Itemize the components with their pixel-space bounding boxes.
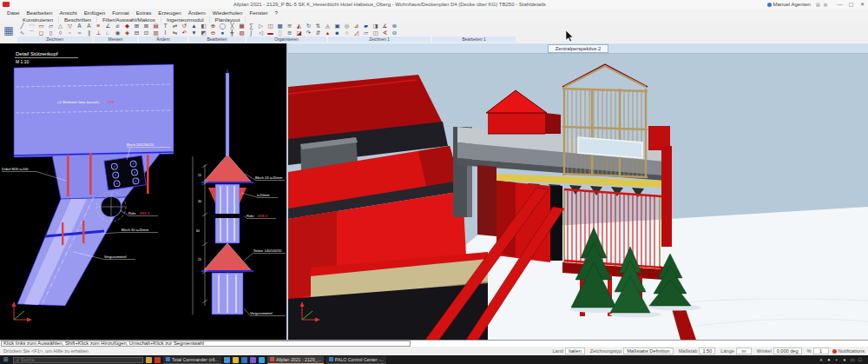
toolbar-icon[interactable]: ↻ [304, 23, 313, 30]
menu-item[interactable]: Fenster [246, 10, 271, 16]
tray-icon[interactable]: ♦ [842, 357, 847, 362]
toolbar-icon[interactable]: ▬ [266, 30, 275, 36]
ribbon-tab[interactable]: Filter/Auswahl/Makros [97, 17, 161, 23]
menu-item[interactable]: Einfügen [81, 10, 108, 16]
account-button[interactable]: Manuel Agenten [767, 2, 811, 7]
toolbar-icon[interactable]: ∿ [17, 30, 27, 36]
toolbar-icon[interactable]: ◧ [199, 23, 208, 30]
toolbar-icon[interactable]: ◫ [266, 23, 275, 30]
tray-icon[interactable]: ∧ [819, 357, 824, 362]
search-input[interactable] [21, 357, 140, 362]
toolbar-icon[interactable]: ▰ [361, 23, 371, 30]
taskbar-button-allplan[interactable]: Allplan 2021 - 2129_... [267, 356, 324, 364]
toolbar-icon[interactable]: ▣ [332, 23, 342, 30]
toolbar-icon[interactable]: ▱ [46, 23, 56, 30]
toolbar-icon[interactable]: ⊟ [132, 30, 141, 36]
menu-item[interactable]: Format [108, 10, 133, 16]
help-globe-icon[interactable]: ◍ [824, 2, 827, 7]
toolbar-icon[interactable]: ◈ [122, 30, 132, 36]
status-field[interactable]: % 1 [807, 347, 829, 354]
toolbar-icon[interactable]: ⇄ [170, 23, 180, 30]
close-button[interactable]: ✕ [857, 1, 868, 9]
toolbar-icon[interactable]: ◩ [199, 30, 208, 36]
toolbar-icon[interactable]: ⊗ [390, 23, 399, 30]
ribbon-tab[interactable]: Konstruieren [17, 17, 59, 23]
toolbar-icon[interactable]: ▼ [189, 30, 199, 36]
minimize-button[interactable]: — [834, 1, 845, 9]
toolbar-icon[interactable]: ▦ [237, 23, 247, 30]
toolbar-icon[interactable]: ⊡ [141, 30, 151, 36]
2d-detail-viewport[interactable]: Detail Stützenkopf M 1:10 i.d. Werkstatt… [0, 43, 286, 340]
toolbar-icon[interactable]: ▱ [361, 30, 371, 36]
taskbar-search[interactable]: ⌕ [13, 357, 143, 363]
menu-item[interactable]: Datei [3, 10, 23, 16]
toolbar-icon[interactable]: ∢ [380, 30, 390, 36]
toolbar-icon[interactable]: ▴ [323, 30, 332, 36]
toolbar-icon[interactable]: ▲ [189, 23, 199, 30]
file-explorer-icon[interactable] [146, 357, 152, 363]
toolbar-icon[interactable]: ◉ [113, 30, 122, 36]
toolbar-icon[interactable]: ⇅ [313, 23, 323, 30]
toolbar-icon[interactable]: ≋ [285, 23, 294, 30]
app-red-icon[interactable] [155, 357, 161, 363]
status-field[interactable]: Winkel 0.000 deg [757, 347, 802, 354]
start-button[interactable]: ⊞ [2, 356, 10, 363]
toolbar-icon[interactable]: ▫ [65, 30, 75, 36]
toolbar-icon[interactable]: ◆ [122, 23, 132, 30]
toolbar-icon[interactable]: ▭ [36, 23, 46, 30]
toolbar-icon[interactable]: ▷ [256, 23, 266, 30]
tray-icon[interactable]: ▭ [850, 357, 855, 362]
toolbar-icon[interactable]: ▩ [275, 23, 285, 30]
toolbar-icon[interactable]: ⌀ [113, 23, 122, 30]
menu-item[interactable]: Erzeugen [155, 10, 185, 16]
menu-item[interactable]: Bearbeiten [23, 10, 56, 16]
tray-icon[interactable]: ▪ [834, 357, 839, 362]
tray-icon[interactable]: □ [858, 357, 863, 362]
panel-icon[interactable]: ▤ [816, 2, 820, 7]
toolbar-icon[interactable]: ◁ [256, 30, 266, 36]
titlebar-extra-icons[interactable]: ▤◍ [816, 2, 827, 7]
toolbar-icon[interactable]: ◯ [218, 23, 227, 30]
mail-icon[interactable] [233, 357, 239, 363]
toolbar-icon[interactable]: ◨ [371, 23, 380, 30]
toolbar-icon[interactable]: ▤ [151, 23, 161, 30]
toolbar-icon[interactable]: ◭ [294, 23, 304, 30]
app-azure-icon[interactable] [259, 357, 265, 363]
toolbar-icon[interactable]: ◊ [56, 30, 65, 36]
toolbar-icon[interactable]: ◻ [36, 30, 46, 36]
menu-item[interactable]: Wiederholen [209, 10, 247, 16]
toolbar-icon[interactable]: ↺ [180, 23, 189, 30]
toolbar-icon[interactable]: ▯ [46, 30, 56, 36]
status-field[interactable]: Land Italien [552, 347, 584, 354]
app-blue-icon[interactable] [241, 357, 247, 363]
toolbar-icon[interactable]: ↷ [304, 30, 313, 36]
toolbar-icon[interactable]: ≈ [75, 30, 84, 36]
menu-item[interactable]: ? [271, 10, 280, 16]
toolbar-icon[interactable]: I [161, 30, 170, 36]
menu-item[interactable]: Ansicht [56, 10, 80, 16]
toolbar-icon[interactable]: ○ [342, 30, 352, 36]
toolbar-icon[interactable]: ■ [332, 30, 342, 36]
menu-item[interactable]: Ändern [185, 10, 209, 16]
toolbar-icon[interactable]: ╳ [227, 23, 237, 30]
toolbar-icon[interactable]: ∟ [103, 30, 113, 36]
taskbar-button-palo[interactable]: PALO Control Center -... [326, 356, 386, 364]
toolbar-icon[interactable]: ≌ [285, 30, 294, 36]
toolbar-icon[interactable]: ░ [275, 30, 285, 36]
toolbar-icon[interactable]: ⊠ [141, 23, 151, 30]
notifications-button[interactable]: Notifications [832, 348, 865, 354]
toolbar-icon[interactable]: ◠ [27, 23, 36, 30]
toolbar-icon[interactable]: ◬ [323, 23, 332, 30]
toolbar-icon[interactable]: ⊕ [208, 23, 218, 30]
toolbar-icon[interactable]: ◎ [342, 23, 352, 30]
toolbar-icon[interactable]: T [161, 23, 170, 30]
toolbar-icon[interactable]: ∑ [247, 23, 256, 30]
toolbar-icon[interactable]: ⊘ [390, 30, 399, 36]
toolbar-icon[interactable]: ∠ [103, 23, 113, 30]
toolbar-icon[interactable]: ◫ [371, 30, 380, 36]
3d-model-viewport[interactable] [288, 43, 868, 340]
toolbar-icon[interactable]: ⊞ [132, 23, 141, 30]
toolbar-icon[interactable]: ▥ [151, 30, 161, 36]
teams-icon[interactable] [250, 357, 256, 363]
toolbar-icon[interactable]: A [84, 23, 94, 30]
